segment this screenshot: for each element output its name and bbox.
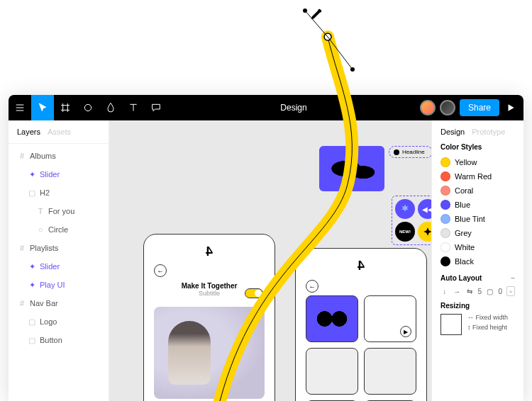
color-style-row[interactable]: Blue Tint xyxy=(440,212,515,226)
color-label: Yellow xyxy=(455,158,477,166)
padding-icon[interactable]: ▢ xyxy=(486,286,494,296)
svg-point-0 xyxy=(324,33,331,40)
new-badge[interactable]: NEW! xyxy=(395,222,415,242)
headline-label: Headline xyxy=(402,149,425,155)
color-label: Black xyxy=(455,257,474,266)
tile-play[interactable] xyxy=(364,295,416,342)
inspector-panel: Design Prototype Color Styles YellowWarm… xyxy=(431,120,523,401)
color-style-row[interactable]: Grey xyxy=(440,226,515,240)
selected-component[interactable]: Headline xyxy=(319,146,431,191)
share-button[interactable]: Share xyxy=(460,99,499,116)
layer-nav-bar[interactable]: #Nav Bar xyxy=(9,294,109,312)
color-styles-heading: Color Styles xyxy=(440,143,515,151)
collaborator-avatar-2[interactable] xyxy=(440,100,455,115)
direction-right-icon[interactable]: → xyxy=(453,286,462,296)
back-button[interactable]: ← xyxy=(306,280,318,293)
color-style-row[interactable]: Yellow xyxy=(440,155,515,169)
pen-tool[interactable] xyxy=(99,95,122,120)
frame-tool[interactable] xyxy=(54,95,77,120)
layer-playlists[interactable]: #Playlists xyxy=(9,239,109,257)
app-logo: 4 xyxy=(306,259,416,273)
layer-slider-2[interactable]: ✦Slider xyxy=(9,257,109,276)
rewind-icon[interactable]: ◀◀ xyxy=(418,199,431,219)
layer-for-you[interactable]: TFor you xyxy=(9,202,109,220)
sparkle-icon[interactable] xyxy=(418,222,431,242)
layer-circle[interactable]: ○Circle xyxy=(9,220,109,239)
tile-purple[interactable] xyxy=(306,295,358,342)
layer-slider-1[interactable]: ✦Slider xyxy=(9,165,109,183)
alignment-icon[interactable]: ▫ xyxy=(506,286,515,296)
tab-design[interactable]: Design xyxy=(440,128,465,136)
color-label: Grey xyxy=(455,229,472,237)
layer-button[interactable]: ▢Button xyxy=(9,331,109,349)
tab-assets[interactable]: Assets xyxy=(48,128,71,136)
color-label: Coral xyxy=(455,186,473,195)
color-swatch xyxy=(440,256,450,266)
layer-h2[interactable]: ▢H2 xyxy=(9,183,109,202)
direction-down-icon[interactable]: ↓ xyxy=(440,286,449,296)
color-label: Blue xyxy=(455,200,470,209)
resize-height-mode[interactable]: ↕ Fixed height xyxy=(467,324,508,331)
dot-icon xyxy=(394,149,399,155)
resizing-heading: Resizing xyxy=(440,302,515,310)
color-style-row[interactable]: Blue xyxy=(440,198,515,212)
color-style-row[interactable]: Warm Red xyxy=(440,169,515,183)
pen-tool-cursor xyxy=(309,6,325,24)
canvas[interactable]: Headline ◀◀ NEW! 4 ← Make It Together Su… xyxy=(109,120,431,401)
layers-panel: Layers Assets #Albums ✦Slider ▢H2 TFor y… xyxy=(9,120,109,401)
app-logo: 4 xyxy=(154,244,265,259)
tab-prototype[interactable]: Prototype xyxy=(472,128,505,136)
color-swatch xyxy=(440,171,450,181)
color-style-row[interactable]: White xyxy=(440,240,515,254)
color-label: Warm Red xyxy=(455,172,492,181)
auto-layout-controls: ↓ → ⇆ 5 ▢ 0 ▫ xyxy=(440,286,515,296)
top-toolbar: Design Share xyxy=(9,95,523,120)
svg-line-2 xyxy=(328,37,353,69)
color-swatch xyxy=(440,186,450,196)
artboard-browse[interactable]: 4 ← Op xyxy=(295,248,427,401)
color-swatch xyxy=(440,228,450,238)
resize-width-mode[interactable]: ↔ Fixed width xyxy=(467,314,508,321)
spacing-value[interactable]: 5 xyxy=(478,288,482,295)
move-tool[interactable] xyxy=(31,95,54,120)
svg-point-3 xyxy=(303,9,307,13)
icon-component-group[interactable]: ◀◀ NEW! xyxy=(392,196,431,245)
tile-grey[interactable] xyxy=(306,348,358,395)
artwork-tile[interactable] xyxy=(319,146,384,191)
svg-point-5 xyxy=(84,104,91,111)
present-button[interactable] xyxy=(504,103,518,113)
collaborator-avatar-1[interactable] xyxy=(420,100,436,115)
color-swatch xyxy=(440,157,450,167)
color-style-row[interactable]: Coral xyxy=(440,183,515,198)
layer-list: #Albums ✦Slider ▢H2 TFor you ○Circle #Pl… xyxy=(9,144,109,352)
color-swatch xyxy=(440,214,450,224)
resize-preview[interactable] xyxy=(440,314,462,335)
svg-point-1 xyxy=(350,67,355,72)
padding-value[interactable]: 0 xyxy=(499,288,503,295)
color-label: Blue Tint xyxy=(455,215,485,223)
toggle-switch[interactable] xyxy=(245,288,263,298)
layer-albums[interactable]: #Albums xyxy=(9,147,109,165)
burst-icon[interactable] xyxy=(395,199,415,219)
color-style-row[interactable]: Black xyxy=(440,254,515,269)
auto-layout-heading: Auto Layout xyxy=(440,274,482,282)
album-cover[interactable] xyxy=(154,307,265,399)
auto-layout-remove-icon[interactable]: − xyxy=(511,274,515,282)
tab-layers[interactable]: Layers xyxy=(17,128,40,136)
color-label: White xyxy=(455,243,475,252)
back-button[interactable]: ← xyxy=(154,264,167,277)
document-title[interactable]: Design xyxy=(167,103,420,113)
layer-logo[interactable]: ▢Logo xyxy=(9,312,109,331)
app-window: Design Share Layers Assets #Albums ✦Slid… xyxy=(9,95,523,401)
menu-button[interactable] xyxy=(9,95,31,120)
text-tool[interactable] xyxy=(122,95,145,120)
spacing-icon[interactable]: ⇆ xyxy=(465,286,474,296)
tile-grey[interactable] xyxy=(364,348,416,395)
shape-tool[interactable] xyxy=(77,95,99,120)
layer-play-ui[interactable]: ✦Play UI xyxy=(9,276,109,294)
headline-component[interactable]: Headline xyxy=(389,146,431,158)
artboard-player[interactable]: 4 ← Make It Together Subtitle xyxy=(143,234,275,401)
comment-tool[interactable] xyxy=(145,95,167,120)
color-swatch xyxy=(440,200,450,210)
color-swatch xyxy=(440,242,450,252)
